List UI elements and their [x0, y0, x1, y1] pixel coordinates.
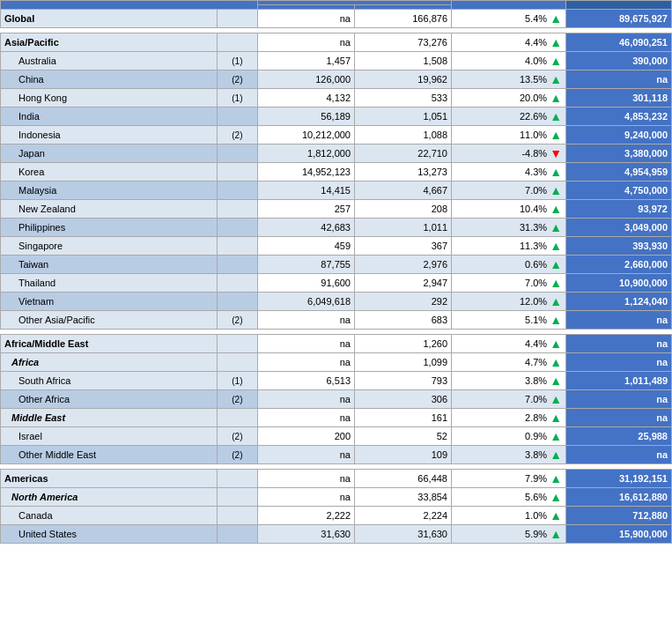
usd-cell: 793 — [355, 372, 452, 390]
usd-cell: 13,273 — [355, 163, 452, 182]
table-row: Singapore 459 367 11.3% ▲ 393,930 — [1, 237, 672, 256]
note-cell — [217, 488, 257, 507]
pct-cell: 11.0% ▲ — [452, 126, 566, 145]
note-cell — [217, 237, 257, 256]
local-currency-cell: na — [258, 335, 355, 353]
header-size — [566, 1, 672, 10]
pct-cell: 2.8% ▲ — [452, 409, 566, 427]
size-cell: na — [566, 409, 672, 427]
note-cell — [217, 145, 257, 163]
local-currency-cell: 200 — [258, 427, 355, 446]
note-cell — [217, 256, 257, 274]
usd-cell: 161 — [355, 409, 452, 427]
pct-cell: -4.8% ▼ — [452, 145, 566, 163]
usd-cell: 4,667 — [355, 182, 452, 200]
region-cell: Indonesia — [1, 126, 218, 145]
usd-cell: 33,854 — [355, 488, 452, 507]
size-cell: 393,930 — [566, 237, 672, 256]
table-row: Americas na 66,448 7.9% ▲ 31,192,151 — [1, 470, 672, 488]
sales-table: Global na 166,876 5.4% ▲ 89,675,927 Asia… — [0, 0, 672, 544]
note-cell: (2) — [217, 70, 257, 89]
usd-cell: 306 — [355, 390, 452, 409]
table-row: South Africa (1) 6,513 793 3.8% ▲ 1,011,… — [1, 372, 672, 390]
note-cell: (1) — [217, 372, 257, 390]
size-cell: 93,972 — [566, 200, 672, 219]
usd-cell: 1,051 — [355, 107, 452, 126]
region-cell: South Africa — [1, 372, 218, 390]
local-currency-cell: 257 — [258, 200, 355, 219]
region-cell: Taiwan — [1, 256, 218, 274]
size-cell: na — [566, 446, 672, 464]
region-cell: Canada — [1, 507, 218, 525]
table-row: India 56,189 1,051 22.6% ▲ 4,853,232 — [1, 107, 672, 126]
local-currency-cell: na — [258, 33, 355, 52]
usd-cell: 292 — [355, 293, 452, 311]
table-row: Vietnam 6,049,618 292 12.0% ▲ 1,124,040 — [1, 293, 672, 311]
local-currency-cell: 1,457 — [258, 52, 355, 70]
note-cell — [217, 525, 257, 544]
pct-cell: 4.3% ▲ — [452, 163, 566, 182]
pct-cell: 4.4% ▲ — [452, 33, 566, 52]
size-cell: 4,954,959 — [566, 163, 672, 182]
arrow-up-icon: ▲ — [550, 313, 562, 327]
region-cell: Vietnam — [1, 293, 218, 311]
usd-cell: 367 — [355, 237, 452, 256]
local-currency-cell: 126,000 — [258, 70, 355, 89]
local-currency-cell: na — [258, 353, 355, 372]
pct-cell: 3.8% ▲ — [452, 372, 566, 390]
local-currency-cell: 42,683 — [258, 219, 355, 237]
table-row: Asia/Pacific na 73,276 4.4% ▲ 46,090,251 — [1, 33, 672, 52]
local-currency-cell: 31,630 — [258, 525, 355, 544]
local-currency-cell: na — [258, 409, 355, 427]
pct-cell: 7.0% ▲ — [452, 182, 566, 200]
arrow-up-icon: ▲ — [550, 202, 562, 216]
region-cell: New Zealand — [1, 200, 218, 219]
arrow-up-icon: ▲ — [550, 490, 562, 504]
local-currency-cell: 1,812,000 — [258, 145, 355, 163]
arrow-up-icon: ▲ — [550, 429, 562, 443]
note-cell — [217, 470, 257, 488]
size-cell: 4,853,232 — [566, 107, 672, 126]
arrow-up-icon: ▲ — [550, 276, 562, 290]
note-cell — [217, 409, 257, 427]
pct-cell: 7.9% ▲ — [452, 470, 566, 488]
table-row: Africa na 1,099 4.7% ▲ na — [1, 353, 672, 372]
pct-cell: 7.0% ▲ — [452, 274, 566, 293]
note-cell — [217, 293, 257, 311]
local-currency-cell: na — [258, 446, 355, 464]
local-currency-cell: na — [258, 488, 355, 507]
arrow-up-icon: ▲ — [550, 508, 562, 523]
local-currency-cell: 91,600 — [258, 274, 355, 293]
pct-cell: 13.5% ▲ — [452, 70, 566, 89]
region-cell: Africa/Middle East — [1, 335, 218, 353]
usd-cell: 1,011 — [355, 219, 452, 237]
size-cell: na — [566, 70, 672, 89]
usd-cell: 1,260 — [355, 335, 452, 353]
size-cell: 15,900,000 — [566, 525, 672, 544]
table-row: Thailand 91,600 2,947 7.0% ▲ 10,900,000 — [1, 274, 672, 293]
size-cell: na — [566, 353, 672, 372]
pct-cell: 5.4% ▲ — [452, 10, 566, 28]
table-row: Hong Kong (1) 4,132 533 20.0% ▲ 301,118 — [1, 89, 672, 107]
size-cell: 31,192,151 — [566, 470, 672, 488]
size-cell: 1,124,040 — [566, 293, 672, 311]
arrow-up-icon: ▲ — [550, 220, 562, 234]
local-currency-cell: 4,132 — [258, 89, 355, 107]
arrow-down-icon: ▼ — [550, 146, 562, 160]
region-cell: Global — [1, 10, 218, 28]
table-row: United States 31,630 31,630 5.9% ▲ 15,90… — [1, 525, 672, 544]
region-cell: Israel — [1, 427, 218, 446]
note-cell — [217, 219, 257, 237]
table-row: Japan 1,812,000 22,710 -4.8% ▼ 3,380,000 — [1, 145, 672, 163]
arrow-up-icon: ▲ — [550, 183, 562, 197]
size-cell: 3,380,000 — [566, 145, 672, 163]
region-cell: Other Asia/Pacific — [1, 311, 218, 330]
pct-cell: 5.6% ▲ — [452, 488, 566, 507]
table-row: Middle East na 161 2.8% ▲ na — [1, 409, 672, 427]
table-row: Korea 14,952,123 13,273 4.3% ▲ 4,954,959 — [1, 163, 672, 182]
table-row: Canada 2,222 2,224 1.0% ▲ 712,880 — [1, 507, 672, 525]
arrow-up-icon: ▲ — [550, 471, 562, 485]
pct-cell: 11.3% ▲ — [452, 237, 566, 256]
arrow-up-icon: ▲ — [550, 109, 562, 123]
region-cell: Korea — [1, 163, 218, 182]
